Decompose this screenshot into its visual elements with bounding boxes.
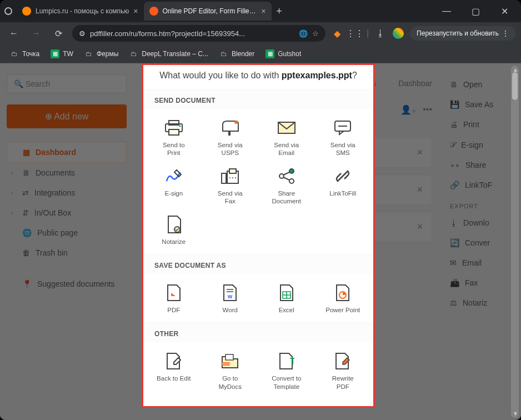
new-tab-button[interactable]: +	[272, 3, 287, 19]
send-via-email[interactable]: Send viaEmail	[258, 114, 315, 163]
minimize-button[interactable]: —	[434, 3, 459, 19]
modal-title: What would you like to do with pptexampl…	[143, 65, 373, 89]
svg-line-18	[283, 172, 289, 175]
tab-lumpics[interactable]: Lumpics.ru - помощь с компью ×	[17, 2, 144, 21]
close-icon[interactable]: ×	[133, 7, 138, 16]
restart-update-button[interactable]: Перезапустить и обновить ⋮	[410, 26, 515, 41]
bookmark-deepl[interactable]: 🗀DeepL Translate – C...	[125, 47, 213, 61]
save-word[interactable]: W Word	[202, 279, 259, 319]
edit-doc-icon	[164, 351, 184, 371]
envelope-icon	[277, 118, 297, 138]
link-icon	[333, 166, 353, 186]
save-excel[interactable]: Excel	[258, 279, 315, 319]
svg-rect-9	[222, 173, 226, 183]
tab-pdffiller[interactable]: Online PDF Editor, Form Filler, a ×	[144, 2, 272, 21]
excel-icon	[277, 283, 297, 303]
site-settings-icon[interactable]: ⚙	[79, 29, 86, 38]
svg-rect-29	[226, 354, 233, 360]
downloads-icon[interactable]: ⭳	[374, 27, 387, 39]
notarize-icon	[164, 214, 184, 234]
svg-point-17	[289, 179, 294, 183]
save-powerpoint[interactable]: Power Point	[315, 279, 372, 319]
svg-text:T: T	[290, 357, 294, 366]
rewrite-pdf[interactable]: RewritePDF	[315, 348, 372, 396]
section-other: OTHER	[143, 323, 373, 342]
bookmarks-bar: 🗀Точка ▦TW 🗀Фермы 🗀DeepL Translate – C..…	[0, 44, 521, 63]
svg-rect-4	[228, 131, 231, 136]
bookmark-star-icon[interactable]: ☆	[312, 29, 319, 38]
reload-button[interactable]: ⟳	[50, 25, 67, 42]
goto-mydocs[interactable]: DOCS Go toMyDocs	[202, 348, 259, 396]
profile-avatar[interactable]	[392, 27, 404, 39]
close-icon[interactable]: ×	[261, 7, 265, 16]
scroll-thumb[interactable]	[512, 72, 518, 100]
toolbar: ← → ⟳ ⚙ pdffiller.com/ru/forms.htm?proje…	[0, 22, 521, 44]
folder-icon: 🗀	[84, 49, 93, 58]
send-via-usps[interactable]: Send viaUSPS	[202, 114, 259, 163]
svg-text:W: W	[228, 294, 233, 299]
svg-point-5	[234, 121, 238, 124]
sheets-icon: ▦	[265, 49, 274, 58]
svg-text:DOCS: DOCS	[222, 362, 231, 366]
word-icon: W	[220, 283, 240, 303]
svg-point-16	[289, 169, 294, 173]
favicon-icon	[149, 7, 158, 16]
bookmark-blender[interactable]: 🗀Blender	[215, 47, 259, 61]
svg-rect-11	[229, 169, 236, 173]
svg-point-3	[179, 126, 181, 127]
linktofill[interactable]: LinkToFill	[315, 163, 372, 211]
url-text: pdffiller.com/ru/forms.htm?projectId=156…	[90, 29, 294, 38]
mailbox-icon	[220, 118, 240, 138]
browser-logo	[4, 7, 12, 15]
pdf-icon	[164, 283, 184, 303]
scroll-down-icon[interactable]: ▼	[513, 411, 518, 417]
window-controls: — ▢ ✕	[434, 3, 517, 19]
send-via-sms[interactable]: Send viaSMS	[315, 114, 372, 163]
folder-icon: 🗀	[129, 49, 138, 58]
svg-point-14	[235, 177, 236, 178]
convert-to-template[interactable]: T Convert toTemplate	[258, 348, 315, 396]
address-bar[interactable]: ⚙ pdffiller.com/ru/forms.htm?projectId=1…	[72, 25, 325, 42]
sheets-icon: ▦	[51, 49, 59, 58]
printer-icon	[164, 118, 184, 138]
scrollbar[interactable]: ▲ ▼	[511, 66, 519, 418]
translate-icon[interactable]: 🌐	[299, 29, 308, 38]
bookmark-fermy[interactable]: 🗀Фермы	[80, 47, 123, 61]
bookmark-gutshot[interactable]: ▦Gutshot	[261, 47, 305, 61]
bookmark-tw[interactable]: ▦TW	[46, 47, 78, 61]
bookmark-tochka[interactable]: 🗀Точка	[6, 47, 44, 61]
page-content: 🔍 Search ⊕ Add new ▦ Dashboard ›🗎 Docume…	[0, 63, 521, 420]
svg-line-19	[283, 177, 289, 180]
sms-icon	[333, 118, 353, 138]
svg-point-12	[229, 177, 231, 178]
save-pdf[interactable]: PDF	[146, 279, 202, 319]
tabs: Lumpics.ru - помощь с компью × Online PD…	[17, 0, 434, 22]
powerpoint-icon	[333, 283, 353, 303]
other-grid: Back to Edit DOCS Go toMyDocs T Convert …	[143, 342, 373, 399]
forward-button[interactable]: →	[28, 25, 44, 42]
section-send-document: SEND DOCUMENT	[143, 89, 373, 109]
svg-point-13	[232, 177, 233, 178]
back-to-edit[interactable]: Back to Edit	[146, 348, 202, 396]
svg-rect-2	[169, 129, 179, 135]
close-window-button[interactable]: ✕	[492, 3, 517, 19]
browser-window: Lumpics.ru - помощь с компью × Online PD…	[0, 0, 521, 420]
esign[interactable]: E-sign	[146, 163, 202, 211]
send-to-print[interactable]: Send toPrint	[146, 114, 202, 163]
favicon-icon	[22, 7, 31, 16]
section-save-as: SAVE DOCUMENT AS	[143, 254, 373, 274]
back-button[interactable]: ←	[6, 25, 22, 42]
extension-metamask-icon[interactable]: ◆	[331, 27, 343, 39]
extensions-icon[interactable]: ⋮⋮	[349, 27, 361, 39]
maximize-button[interactable]: ▢	[463, 3, 488, 19]
signature-icon	[164, 166, 184, 186]
menu-icon: ⋮	[502, 29, 509, 37]
titlebar: Lumpics.ru - помощь с компью × Online PD…	[0, 0, 521, 22]
folder-icon: 🗀	[219, 49, 228, 58]
share-document[interactable]: ShareDocument	[258, 163, 315, 211]
notarize[interactable]: Notarize	[146, 211, 202, 251]
share-icon	[277, 166, 297, 186]
folder-icon: 🗀	[10, 49, 19, 58]
rewrite-icon	[333, 351, 353, 371]
send-via-fax[interactable]: Send viaFax	[202, 163, 259, 211]
